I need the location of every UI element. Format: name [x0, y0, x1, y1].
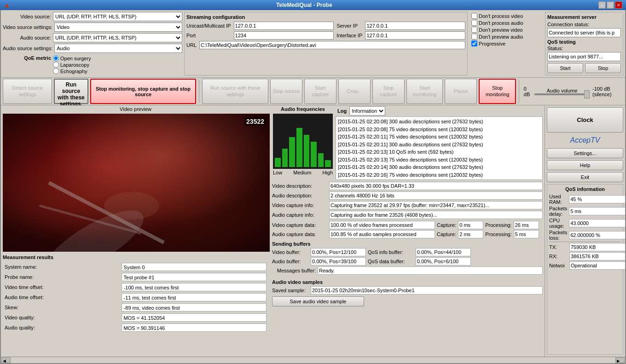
titlebar-controls: ─ □ ✕: [598, 1, 622, 9]
center-content: Audio frequencies Low Medium High Log: [270, 105, 545, 357]
qos-info-title: QoS information: [549, 186, 621, 192]
audio-settings-select[interactable]: Audio: [54, 44, 182, 53]
video-desc-input: [329, 182, 543, 190]
log-box[interactable]: [2015-01-25 02:20:08] 300 audio descript…: [336, 116, 543, 180]
maximize-button[interactable]: □: [607, 1, 614, 9]
server-buttons: Start Stop: [547, 63, 621, 73]
crop-button[interactable]: Crop...: [338, 79, 371, 104]
log-category-select[interactable]: Information: [349, 106, 385, 116]
probe-name-row: Probe name: Test probe #1: [3, 272, 268, 282]
audio-source-select[interactable]: URL (UDP, RTP, HTTP, HLS, RTSP): [53, 33, 182, 42]
middle-section: Audio frequencies Low Medium High Log: [272, 105, 543, 180]
rx-row: RX:: [549, 252, 621, 260]
qos-status-label: Status:: [547, 46, 621, 51]
server-stop-button[interactable]: Stop: [585, 63, 621, 73]
network-val: [569, 261, 625, 270]
video-data-row: Video capture data: Capture: Processing:: [272, 221, 543, 229]
no-preview-audio-check[interactable]: Don't preview audio: [471, 34, 541, 40]
video-capture-input: [329, 201, 543, 209]
server-ip-input[interactable]: [365, 22, 465, 30]
stop-capture-button[interactable]: Stop capture: [372, 79, 405, 104]
url-label: URL: [186, 42, 197, 48]
pause-button[interactable]: Pause: [445, 79, 477, 104]
stop-source-button[interactable]: Stop source: [270, 79, 302, 104]
qoe-options: Open surgery Laparoscopy Echography: [53, 55, 91, 74]
probe-name-label: Probe name:: [3, 272, 120, 282]
settings-button[interactable]: Settings...: [547, 148, 623, 158]
audio-offset-value: -11 ms, test comes first: [122, 293, 267, 301]
packets-delay-label: Packets delay:: [549, 206, 567, 217]
run-source-with-settings-button[interactable]: Run source with these settings: [202, 79, 268, 104]
stop-monitoring-button[interactable]: Stop monitoring: [479, 79, 516, 104]
scroll-left-arrow[interactable]: ◄: [1, 358, 11, 363]
port-input[interactable]: [234, 31, 334, 40]
no-process-audio-check[interactable]: Don't process audio: [471, 20, 541, 26]
log-entry: [2015-01-25 02:20:16] 75 video descripti…: [338, 171, 540, 179]
run-source-button[interactable]: Run source with these settings, start ca…: [54, 79, 88, 104]
server-start-button[interactable]: Start: [547, 63, 583, 73]
video-proc-val: [514, 221, 539, 229]
help-button[interactable]: Help: [547, 160, 623, 170]
audio-volume-slider[interactable]: [534, 93, 590, 95]
probe-name-value: Test probe #1: [122, 273, 267, 281]
clock-button[interactable]: Clock: [547, 107, 623, 133]
scroll-track: [11, 358, 615, 363]
log-title: Log: [336, 107, 348, 115]
qoe-echography[interactable]: Echography: [53, 68, 91, 74]
audio-capture-label: Audio capture info:: [272, 212, 327, 218]
video-desc-label: Video description:: [272, 183, 327, 189]
qoe-laparoscopy[interactable]: Laparoscopy: [53, 62, 91, 68]
audio-bar: [318, 153, 324, 167]
audio-bar: [282, 149, 288, 167]
content-area: Video preview 23522 Measurement res: [1, 105, 625, 357]
unicast-input[interactable]: [234, 22, 334, 30]
save-av-sample-button[interactable]: Save audio video sample: [272, 296, 364, 306]
qos-info-section: QoS information Used RAM: Packets delay:…: [547, 184, 623, 355]
info-grid: Video description: Audio description: Vi…: [272, 180, 543, 221]
tx-row: TX:: [549, 243, 621, 251]
freq-low-label: Low: [273, 170, 282, 175]
streaming-panel: Streaming configuration Unicast/Multicas…: [184, 12, 468, 75]
no-preview-video-check[interactable]: Don't preview video: [471, 27, 541, 33]
video-content: [3, 114, 270, 252]
audio-buffer-label: Audio buffer:: [272, 259, 309, 264]
audio-desc-row: Audio description:: [272, 191, 543, 200]
packets-delay-val: [569, 207, 625, 215]
qoe-open-surgery[interactable]: Open surgery: [53, 55, 91, 61]
video-frame-number: 23522: [244, 117, 266, 126]
right-buttons: Settings... Help Exit: [547, 148, 623, 182]
video-settings-select[interactable]: Video: [54, 23, 182, 32]
no-process-video-check[interactable]: Don't process video: [471, 13, 541, 19]
audio-bar: [311, 142, 317, 167]
video-offset-label: Video time offset:: [3, 282, 120, 292]
bottom-scrollbar[interactable]: ◄ ►: [1, 357, 625, 363]
url-input[interactable]: [199, 41, 465, 49]
detect-source-button[interactable]: Detect source settings: [3, 79, 52, 104]
interface-ip-input[interactable]: [365, 31, 465, 40]
rx-label: RX:: [549, 254, 568, 259]
cpu-usage-label: CPU usage:: [549, 218, 567, 229]
skew-row: Skew: -89 ms, video comes first: [3, 302, 268, 312]
video-data-pct: [329, 221, 435, 229]
audio-data-row: Audio capture data: Capture: Processing:: [272, 230, 543, 238]
start-capture-button[interactable]: Start capture: [304, 79, 336, 104]
server-panel: Measurement server Connection status: Qo…: [545, 12, 623, 75]
video-capture-small-label: Capture:: [437, 222, 456, 228]
video-source-select[interactable]: URL (UDP, RTP, HTTP, HLS, RTSP): [53, 12, 182, 21]
checks-panel: Don't process video Don't process audio …: [470, 12, 543, 75]
minimize-button[interactable]: ─: [598, 1, 606, 9]
start-monitoring-button[interactable]: Start monitoring: [406, 79, 443, 104]
scroll-right-arrow[interactable]: ►: [615, 358, 625, 363]
saved-sample-row: Saved sample:: [272, 286, 543, 295]
audio-freq-title: Audio frequencies: [281, 106, 325, 112]
saved-sample-label: Saved sample:: [272, 288, 309, 293]
audio-volume-section: 0 dB Audio volume -100 dB (silence): [522, 79, 623, 104]
audio-data-label: Audio capture data:: [272, 231, 327, 237]
stop-monitoring-big-button[interactable]: Stop monitoring, stop capture and stop s…: [90, 79, 197, 104]
audio-capture-input: [329, 211, 543, 219]
exit-button[interactable]: Exit: [547, 172, 623, 182]
freq-high-label: High: [322, 170, 333, 175]
progressive-check[interactable]: Progressive: [471, 40, 541, 46]
close-button[interactable]: ✕: [615, 1, 622, 9]
audio-data-pct: [329, 230, 435, 238]
